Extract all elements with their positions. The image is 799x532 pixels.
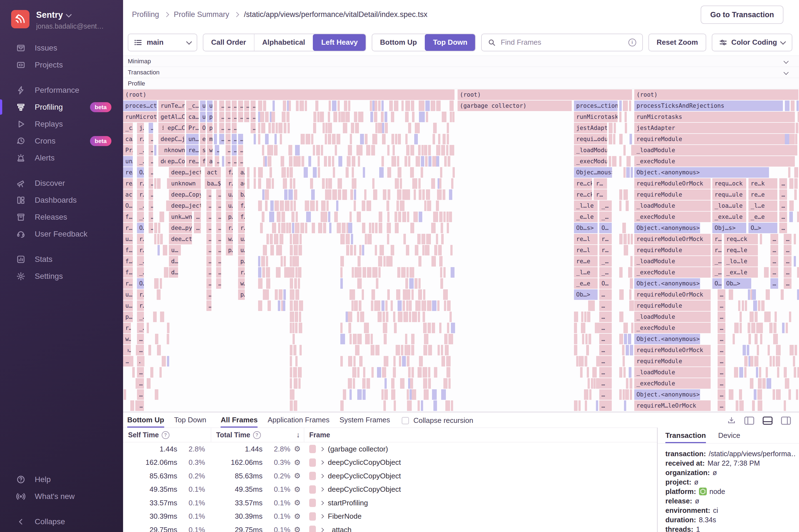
flame-frame-[interactable]: … (226, 134, 230, 145)
flame-frame-[interactable]: … (206, 234, 211, 244)
flame-frame-[interactable]: … (718, 378, 725, 389)
flame-frame-runMicrotasks[interactable]: runMicrotasks (634, 112, 795, 122)
flame-frame-_[interactable]: _… (137, 323, 144, 333)
tab-application-frames[interactable]: Application Frames (267, 416, 330, 428)
frame-cell[interactable]: (garbage collector) (304, 445, 388, 453)
flame-frame-_ele[interactable]: _e…le (574, 212, 598, 222)
flame-frame-rek[interactable]: re…k (748, 178, 777, 189)
flame-frame-_[interactable]: _… (712, 267, 722, 278)
flame-frame-_loadModule[interactable]: _loadModule (634, 145, 795, 155)
flame-frame-Objectanonymous[interactable]: Object.<anonymous> (634, 389, 700, 400)
flame-frame-Ob[interactable]: Ob…> (574, 289, 598, 300)
flame-frame-[interactable]: … (238, 145, 243, 155)
flame-frame-Ok[interactable]: O…k (123, 201, 133, 211)
flame-frame-[interactable]: … (599, 311, 612, 322)
flame-frame-[interactable]: … (244, 100, 249, 111)
flame-frame[interactable] (222, 156, 224, 167)
flame-frame-[interactable]: … (149, 178, 153, 189)
flame-frame-[interactable]: … (718, 345, 725, 356)
flame-frame-fl[interactable]: f…l (123, 267, 133, 278)
flame-frame-P[interactable] (214, 123, 217, 133)
flame-frame-O[interactable]: O…> (748, 223, 777, 233)
flame-frame-requireModule[interactable]: requireModule (634, 245, 711, 255)
flame-frame-[interactable]: … (206, 300, 211, 311)
flame-frame-un[interactable]: u…n (200, 100, 206, 111)
flame-frame-[interactable]: … (232, 134, 237, 145)
flame-frame-requiodule[interactable]: requi…odule (574, 134, 607, 145)
color-coding-button[interactable]: Color Coding (712, 34, 792, 51)
flame-frame-re[interactable]: r…e (137, 134, 144, 145)
self-time-column-header[interactable]: Self Time? (123, 428, 211, 442)
flame-frame-[interactable]: … (718, 300, 725, 311)
flame-frame-_[interactable]: _… (599, 267, 612, 278)
flame-frame-requireModule[interactable]: requireModule (634, 300, 711, 311)
flame-frame-_ct[interactable]: _c…t (123, 123, 133, 133)
total-time-column-header[interactable]: Total Time? ↓ (211, 428, 304, 442)
flame-frame-_e[interactable]: _…e (137, 156, 144, 167)
flame-frame-deepy[interactable]: dee…py (169, 223, 192, 233)
section-header-profile[interactable]: Profile (123, 78, 799, 89)
flame-frame-_exle[interactable]: _ex…le (724, 267, 758, 278)
flame-frame-_[interactable]: _… (599, 201, 612, 211)
flame-frame-[interactable]: … (784, 256, 792, 267)
chevron-right-icon[interactable] (320, 528, 324, 532)
flame-frame-[interactable]: … (206, 212, 211, 222)
flame-frame-act[interactable]: act (123, 189, 133, 200)
flame-frame-[interactable]: … (779, 189, 787, 200)
flame-frame-c[interactable] (214, 112, 217, 122)
flame-frame-reck[interactable]: re…ck (574, 178, 592, 189)
flame-frame-[interactable]: … (206, 256, 211, 267)
flame-frame-[interactable]: … (216, 278, 221, 289)
sidebar-item-crons[interactable]: Cronsbeta (0, 132, 123, 149)
flame-frame-ree[interactable]: re…e (748, 189, 777, 200)
flame-frame-_execModule[interactable]: _execModule (634, 212, 711, 222)
flame-frame-[interactable]: … (219, 123, 224, 133)
flame-frame-[interactable]: … (244, 112, 249, 122)
flame-frame-Objectanonymous[interactable]: Object.<anonymous> (634, 334, 700, 344)
flame-frame-[interactable]: … (599, 400, 612, 411)
flame-frame-fe[interactable]: f…e (200, 156, 206, 167)
flame-frame-[interactable]: … (226, 100, 230, 111)
flame-frame-rel[interactable]: re…l (574, 234, 598, 244)
flame-frame-deepject[interactable]: deep…ject (169, 201, 201, 211)
flame-frame-reer[interactable]: re…er (186, 145, 199, 155)
flame-frame-[interactable]: … (206, 267, 211, 278)
flame-frame[interactable] (254, 134, 256, 145)
flame-frame-u[interactable]: u… (169, 245, 181, 255)
flame-frame-processTicksAndRejections[interactable]: processTicksAndRejections (634, 100, 783, 111)
table-row[interactable]: 30.39ms0.1%30.39ms0.1%⚙FiberNode (123, 510, 657, 524)
flame-frame-_e[interactable]: _…e (137, 267, 144, 278)
sidebar-item-what-s-new[interactable]: What's new (0, 488, 123, 505)
flame-frame-requireModuleOrMock[interactable]: requireModuleOrMock (634, 234, 711, 244)
flame-frame-rer[interactable]: re…r (123, 167, 133, 178)
checkbox-icon[interactable] (402, 417, 409, 424)
flame-frame-[interactable]: … (216, 212, 221, 222)
flame-frame-rk[interactable]: r…k (137, 234, 144, 244)
flame-frame-[interactable] (254, 167, 256, 178)
flame-frame-[interactable]: … (216, 234, 221, 244)
flame-frame-[interactable]: … (206, 223, 211, 233)
flame-frame-_execModule[interactable]: _execModule (634, 267, 711, 278)
flame-frame-root[interactable]: (root) (458, 90, 632, 100)
gear-icon[interactable]: ⚙ (290, 498, 304, 507)
flame-frame-[interactable]: … (216, 201, 221, 211)
flame-frame-requireMleOrMock[interactable]: requireM…leOrMock (634, 400, 711, 411)
flame-frame-Obs[interactable]: Ob…s> (574, 223, 598, 233)
collapse-recursion-toggle[interactable]: Collapse recursion (402, 416, 473, 428)
table-row[interactable]: 49.35ms0.1%49.35ms0.1%⚙deepCyclicCopyObj… (123, 483, 657, 496)
flame-frame-unknown[interactable]: unknown (169, 178, 201, 189)
frame-cell[interactable]: startProfiling (304, 499, 368, 507)
flame-frame-_e[interactable]: _…e (137, 256, 144, 267)
flame-frame-[interactable]: … (216, 245, 221, 255)
flame-frame-_loadModule[interactable]: _loadModule (634, 256, 711, 267)
flame-frame-Prd[interactable]: Pr…d (123, 145, 133, 155)
tab-system-frames[interactable]: System Frames (339, 416, 390, 428)
flame-frame-requireModule[interactable]: requireModule (634, 356, 711, 366)
flame-frame-[interactable]: … (718, 289, 725, 300)
flame-frame-[interactable]: … (599, 389, 612, 400)
flame-frame-uy[interactable]: u…y (238, 234, 245, 244)
flame-frame-_e[interactable]: _…e (137, 212, 144, 222)
flame-frame-ree[interactable]: re…e (574, 256, 598, 267)
flame-frame-[interactable]: … (599, 289, 612, 300)
table-row[interactable]: 1.44s2.8%1.44s2.8%⚙(garbage collector) (123, 442, 657, 456)
